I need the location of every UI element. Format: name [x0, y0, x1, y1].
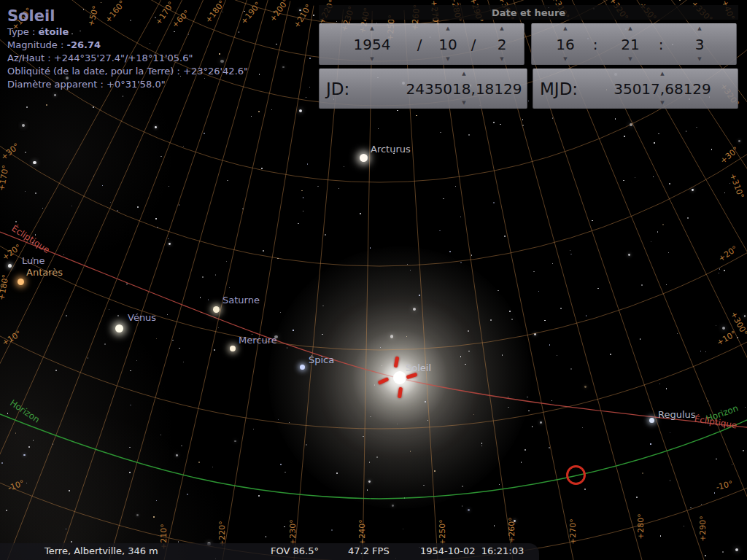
status-bar: Terre, Albertville, 346 m FOV 86.5° 47.2…: [0, 543, 539, 560]
object-info-line: Az/Haut : +244°35'27.4"/+18°11'05.6": [7, 52, 248, 64]
jd-panel: JD: ▲ 2435018,18129 ▼: [319, 69, 527, 109]
year-spinbox[interactable]: ▲ 1954 ▼: [354, 24, 391, 64]
sky-object-saturne[interactable]: [213, 306, 220, 313]
spin-down-icon[interactable]: ▼: [563, 57, 567, 62]
jd-value[interactable]: 2435018,18129: [406, 81, 522, 97]
location-status: Terre, Albertville, 346 m: [44, 545, 158, 556]
dialog-row-jd: JD: ▲ 2435018,18129 ▼ MJD: ▲ 35017,68129…: [319, 69, 738, 109]
grid-label: +250°: [438, 519, 447, 545]
spin-down-icon[interactable]: ▼: [462, 101, 465, 106]
spin-up-icon[interactable]: ▲: [370, 26, 374, 31]
second-value[interactable]: 3: [695, 36, 705, 52]
stellarium-window: +150°+50°+160°+170°+60°+180°+190°+200°+2…: [0, 0, 747, 560]
spin-up-icon[interactable]: ▲: [446, 26, 449, 31]
sky-object-antarès[interactable]: [18, 279, 24, 285]
sky-object-mercure[interactable]: [230, 346, 236, 351]
hour-spinbox[interactable]: ▲ 16 ▼: [556, 24, 574, 64]
time-separator: :: [593, 36, 598, 53]
spin-up-icon[interactable]: ▲: [500, 26, 503, 31]
hour-value[interactable]: 16: [556, 36, 574, 52]
minute-value[interactable]: 21: [621, 36, 639, 52]
jd-label: JD:: [326, 79, 349, 98]
spin-down-icon[interactable]: ▼: [660, 101, 664, 106]
sun[interactable]: [393, 371, 406, 384]
spin-up-icon[interactable]: ▲: [697, 26, 701, 31]
day-spinbox[interactable]: ▲ 2 ▼: [498, 24, 507, 64]
sky-object-arcturus[interactable]: [360, 154, 368, 162]
sky-object-spica[interactable]: [300, 365, 305, 370]
date-time-dialog: Date et heure ▲ 1954 ▼ / ▲ 10 ▼ / ▲ 2: [319, 5, 738, 109]
dialog-title: Date et heure: [492, 7, 565, 18]
spin-up-icon[interactable]: ▲: [462, 71, 465, 77]
grid-label: +270°: [568, 518, 578, 545]
sun-label[interactable]: Soleil: [406, 362, 431, 373]
grid-label: +280°: [636, 513, 646, 540]
object-info-line: Obliquité (de la date, pour la Terre) : …: [7, 66, 248, 77]
mjd-label: MJD:: [540, 79, 578, 98]
spin-down-icon[interactable]: ▼: [500, 57, 503, 62]
sky-object-label[interactable]: Lune: [22, 255, 45, 266]
object-info-line: Diamètre apparent : +0°31'58.0": [7, 79, 248, 90]
horizon-line: [0, 414, 747, 499]
ecliptic-line: [0, 232, 747, 427]
datetime-status: 1954-10-02 16:21:03: [420, 545, 524, 556]
dialog-titlebar[interactable]: Date et heure: [319, 5, 738, 20]
mjd-spinbox[interactable]: ▲ 35017,68129 ▼: [614, 69, 711, 108]
fov-status: FOV 86.5°: [271, 545, 319, 556]
year-value[interactable]: 1954: [354, 36, 391, 52]
sky-object-label[interactable]: Spica: [309, 354, 334, 365]
date-separator: /: [471, 36, 476, 53]
spin-down-icon[interactable]: ▼: [446, 57, 449, 62]
time-panel: ▲ 16 ▼ : ▲ 21 ▼ : ▲ 3 ▼: [531, 23, 737, 65]
grid-label: +240°: [357, 519, 367, 545]
object-info-panel: Soleil Type : étoile Magnitude : -26.74 …: [7, 7, 248, 90]
sky-object-label[interactable]: Saturne: [222, 295, 260, 306]
sky-object-vénus[interactable]: [115, 324, 123, 332]
dialog-row-datetime: ▲ 1954 ▼ / ▲ 10 ▼ / ▲ 2 ▼: [319, 23, 738, 65]
object-info-line: Magnitude : -26.74: [7, 39, 248, 51]
sky-object-label[interactable]: Arcturus: [371, 144, 411, 155]
sky-object-label[interactable]: Mercure: [239, 335, 277, 346]
spin-down-icon[interactable]: ▼: [370, 57, 374, 62]
fps-status: 47.2 FPS: [348, 545, 390, 556]
time-separator: :: [659, 36, 664, 53]
month-value[interactable]: 10: [438, 36, 457, 52]
grid-label: +260°: [507, 517, 516, 543]
mjd-panel: MJD: ▲ 35017,68129 ▼: [533, 69, 738, 109]
date-panel: ▲ 1954 ▼ / ▲ 10 ▼ / ▲ 2 ▼: [319, 23, 525, 65]
month-spinbox[interactable]: ▲ 10 ▼: [438, 24, 457, 64]
date-separator: /: [417, 36, 422, 53]
grid-label: +290°: [698, 516, 708, 542]
sky-object-label[interactable]: Regulus: [658, 409, 696, 420]
sky-object-lune[interactable]: [8, 264, 12, 268]
sky-object-regulus[interactable]: [649, 418, 654, 423]
spin-up-icon[interactable]: ▲: [563, 26, 567, 31]
grid-label: +230°: [288, 519, 298, 545]
sky-object-label[interactable]: Antarès: [26, 267, 63, 278]
minute-spinbox[interactable]: ▲ 21 ▼: [621, 24, 639, 64]
spin-up-icon[interactable]: ▲: [628, 26, 632, 31]
jd-spinbox[interactable]: ▲ 2435018,18129 ▼: [406, 69, 522, 108]
spin-up-icon[interactable]: ▲: [660, 71, 664, 77]
mjd-value[interactable]: 35017,68129: [614, 81, 711, 97]
object-info-title: Soleil: [7, 7, 248, 25]
sky-object-label[interactable]: Vénus: [128, 312, 156, 323]
object-info-line: Type : étoile: [7, 26, 248, 38]
spin-down-icon[interactable]: ▼: [697, 57, 701, 62]
object-marker-circle[interactable]: [566, 465, 586, 485]
second-spinbox[interactable]: ▲ 3 ▼: [695, 24, 705, 64]
day-value[interactable]: 2: [498, 36, 507, 52]
spin-down-icon[interactable]: ▼: [628, 57, 632, 62]
